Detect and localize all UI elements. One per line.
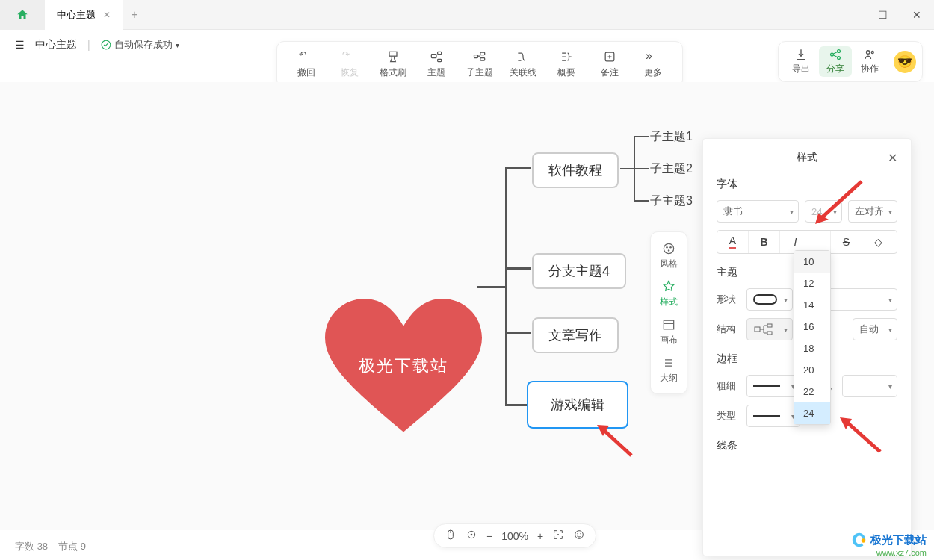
side-toolbar: 风格 样式 画布 大纲 (650, 231, 687, 394)
svg-point-16 (669, 246, 672, 249)
save-status[interactable]: 自动保存成功 ▾ (101, 38, 179, 52)
svg-rect-21 (767, 332, 772, 335)
document-tab[interactable]: 中心主题 ✕ (45, 0, 123, 30)
font-family-select[interactable]: 隶书▾ (717, 200, 799, 223)
svg-point-14 (664, 243, 673, 253)
svg-point-12 (867, 51, 870, 55)
title-bar: 中心主题 ✕ + — ☐ ✕ (0, 0, 934, 30)
center-label: 极光下载站 (359, 355, 448, 377)
clear-format-button[interactable]: ◇ (862, 231, 894, 253)
style-button[interactable]: 样式 (652, 276, 685, 311)
auto-select[interactable]: 自动▾ (853, 318, 897, 340)
dropdown-item[interactable]: 24 (794, 402, 830, 424)
sub-node[interactable]: 子主题2 (650, 161, 693, 177)
svg-rect-5 (474, 55, 478, 58)
topic-button[interactable]: 主题 (415, 46, 458, 82)
weight-select[interactable]: ▾ (746, 375, 800, 397)
font-section-title: 字体 (717, 178, 897, 191)
type-select[interactable]: ▾ (746, 405, 800, 427)
collab-button[interactable]: 协作 (853, 46, 886, 77)
center-node[interactable]: 极光下载站 (325, 299, 482, 441)
user-avatar[interactable]: 😎 (894, 51, 916, 73)
branch-node[interactable]: 软件教程 (532, 152, 619, 188)
strike-button[interactable]: S (831, 231, 862, 253)
svg-point-13 (871, 52, 873, 54)
status-bar: 字数 38 节点 9 (0, 533, 934, 560)
canvas-button[interactable]: 画布 (652, 314, 685, 349)
dropdown-item[interactable]: 20 (794, 359, 830, 381)
watermark: 极光下载站 www.xz7.com (851, 532, 927, 557)
close-tab-icon[interactable]: ✕ (103, 10, 111, 20)
svg-rect-20 (767, 324, 772, 327)
annotation-arrow (835, 414, 888, 459)
structure-label: 结构 (717, 323, 740, 336)
action-bar: 导出 分享 协作 😎 (778, 41, 923, 82)
home-tab[interactable] (0, 0, 45, 30)
node-count: 节点 9 (58, 540, 86, 553)
panel-title: 样式 (797, 151, 817, 164)
summary-button[interactable]: 概要 (545, 46, 588, 82)
svg-rect-3 (438, 52, 442, 54)
word-count: 字数 38 (15, 540, 48, 553)
dropdown-item[interactable]: 16 (794, 316, 830, 337)
dropdown-item[interactable]: 12 (794, 273, 830, 294)
svg-point-17 (668, 249, 670, 252)
dropdown-item[interactable]: 14 (794, 294, 830, 316)
svg-rect-7 (480, 58, 485, 60)
dropdown-item[interactable]: 22 (794, 381, 830, 402)
sub-node[interactable]: 子主题1 (650, 129, 693, 145)
close-icon[interactable]: ✕ (900, 0, 934, 30)
window-controls: — ☐ ✕ (831, 0, 934, 30)
svg-rect-18 (664, 320, 673, 329)
shape-select[interactable]: ▾ (746, 288, 793, 311)
outline-button[interactable]: 大纲 (652, 352, 685, 388)
branch-node[interactable]: 分支主题4 (532, 253, 626, 289)
annotation-arrow (809, 178, 869, 230)
main-toolbar: ↶撤回 ↷恢复 格式刷 主题 子主题 关联线 概要 备注 »更多 (276, 41, 683, 87)
structure-select[interactable]: ▾ (746, 318, 793, 340)
menu-icon[interactable]: ☰ (15, 39, 25, 51)
note-button[interactable]: 备注 (588, 46, 631, 82)
svg-rect-2 (431, 55, 436, 58)
weight-label: 粗细 (717, 379, 740, 393)
svg-rect-4 (438, 59, 442, 61)
dropdown-item[interactable]: 10 (794, 251, 830, 273)
more-button[interactable]: »更多 (631, 46, 675, 82)
svg-point-15 (666, 246, 668, 249)
svg-point-32 (862, 538, 866, 543)
redo-button[interactable]: ↷恢复 (328, 46, 371, 82)
svg-rect-19 (755, 327, 760, 332)
document-title[interactable]: 中心主题 (35, 38, 77, 52)
type-label: 类型 (717, 409, 740, 423)
font-color-button[interactable]: A (717, 231, 749, 253)
bold-button[interactable]: B (749, 231, 780, 253)
new-tab-button[interactable]: + (123, 8, 146, 22)
export-button[interactable]: 导出 (785, 46, 817, 77)
branch-node[interactable]: 文章写作 (532, 317, 619, 353)
color-select[interactable]: ▾ (842, 375, 897, 397)
minimize-icon[interactable]: — (831, 0, 865, 30)
dropdown-item[interactable]: 18 (794, 337, 830, 359)
subtopic-button[interactable]: 子主题 (458, 46, 501, 82)
sub-node[interactable]: 子主题3 (650, 193, 693, 209)
maximize-icon[interactable]: ☐ (865, 0, 900, 30)
format-painter-button[interactable]: 格式刷 (371, 46, 415, 82)
style-group-button[interactable]: 风格 (652, 238, 685, 273)
shape-label: 形状 (717, 293, 740, 306)
panel-close-icon[interactable]: ✕ (888, 151, 897, 165)
tab-title: 中心主题 (57, 8, 96, 22)
annotation-arrow (594, 422, 639, 463)
undo-button[interactable]: ↶撤回 (285, 46, 328, 82)
share-button[interactable]: 分享 (819, 46, 852, 77)
relation-button[interactable]: 关联线 (501, 46, 545, 82)
font-size-dropdown: 10 12 14 16 18 20 22 24 (794, 250, 831, 425)
svg-rect-1 (389, 52, 397, 56)
svg-rect-6 (480, 52, 485, 55)
